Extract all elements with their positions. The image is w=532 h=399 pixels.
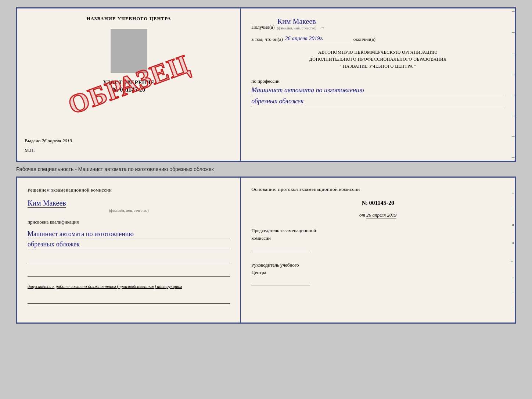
side-line bbox=[512, 53, 515, 53]
side-marks-bottom: и а ← bbox=[510, 178, 515, 323]
resheniem-label: Решением экзаменационной комиссии bbox=[28, 187, 112, 193]
bottom-certificate: Решением экзаменационной комиссии Ким Ма… bbox=[16, 177, 516, 324]
cert-top-right: Получил(а) Ким Макеев (фамилия, имя, отч… bbox=[241, 8, 515, 161]
dopuskaetsya-underline: работе согласно должностным (производств… bbox=[55, 284, 182, 289]
prisvoena-label: присвоена квалификация bbox=[28, 219, 230, 225]
side-line bbox=[512, 95, 515, 95]
rukovoditel-label: Руководитель учебного bbox=[251, 261, 504, 269]
side-line bbox=[512, 136, 515, 137]
rukovoditel-block: Руководитель учебного Центра bbox=[251, 261, 504, 286]
org-block: АВТОНОМНУЮ НЕКОММЕРЧЕСКУЮ ОРГАНИЗАЦИЮ ДО… bbox=[251, 49, 504, 70]
vtom-row: в том, что он(а) 26 апреля 2019г. окончи… bbox=[251, 35, 504, 42]
qual-value1: Машинист автомата по изготовлению bbox=[28, 229, 230, 239]
side-lines-top bbox=[510, 8, 515, 161]
side-line bbox=[512, 157, 515, 158]
profession-label: по профессии bbox=[251, 78, 280, 84]
cert-bottom-left: Решением экзаменационной комиссии Ким Ма… bbox=[17, 178, 241, 323]
completion-date: 26 апреля 2019г. bbox=[285, 35, 351, 42]
predsedatel-sign-line bbox=[251, 244, 310, 251]
protocol-date-row: от 26 апреля 2019 bbox=[251, 212, 504, 218]
org-line2: ДОПОЛНИТЕЛЬНОГО ПРОФЕССИОНАЛЬНОГО ОБРАЗО… bbox=[251, 56, 504, 63]
blank-line bbox=[28, 256, 230, 263]
rukovoditel-sign-line bbox=[251, 278, 310, 285]
bottom-blank-lines bbox=[28, 256, 230, 277]
org-line3: " НАЗВАНИЕ УЧЕБНОГО ЦЕНТРА " bbox=[251, 63, 504, 70]
school-title-top: НАЗВАНИЕ УЧЕБНОГО ЦЕНТРА bbox=[86, 16, 171, 22]
side-line bbox=[512, 11, 515, 12]
qual-value2: обрезных обложек bbox=[28, 240, 230, 249]
vydano-label: Выдано bbox=[25, 138, 40, 143]
protocol-date-value: 26 апреля 2019 bbox=[366, 212, 396, 218]
fio-label-bottom: (фамилия, имя, отчество) bbox=[28, 209, 230, 213]
vtom-label: в том, что он(а) bbox=[251, 36, 283, 42]
cert-top-left: НАЗВАНИЕ УЧЕБНОГО ЦЕНТРА УДОСТОВЕРЕНИЕ №… bbox=[17, 8, 241, 161]
vydano-date: 26 апреля 2019 bbox=[42, 138, 72, 143]
person-name-block: Ким Макеев (фамилия, имя, отчество) bbox=[277, 17, 316, 30]
dopuskaetsya-block: допускается к работе согласно должностны… bbox=[28, 283, 230, 290]
komissia-header: Решением экзаменационной комиссии bbox=[28, 186, 230, 194]
side-mark-text: ← bbox=[510, 259, 514, 264]
poluchil-row: Получил(а) Ким Макеев (фамилия, имя, отч… bbox=[251, 17, 504, 30]
bottom-person-name-block: Ким Макеев (фамилия, имя, отчество) bbox=[28, 197, 230, 213]
bottom-person-name: Ким Макеев bbox=[28, 199, 66, 208]
qualification-block: Машинист автомата по изготовлению обрезн… bbox=[28, 229, 230, 249]
protocol-date-label: от bbox=[359, 212, 365, 218]
mark-line bbox=[512, 208, 514, 208]
mark-line bbox=[512, 278, 514, 278]
side-line bbox=[512, 32, 515, 33]
mark-line bbox=[512, 292, 514, 292]
photo-placeholder bbox=[111, 29, 147, 73]
doc-type-label: УДОСТОВЕРЕНИЕ bbox=[103, 80, 154, 86]
side-line bbox=[512, 116, 515, 116]
mark-line bbox=[512, 307, 514, 307]
org-line1: АВТОНОМНУЮ НЕКОММЕРЧЕСКУЮ ОРГАНИЗАЦИЮ bbox=[251, 49, 504, 56]
protocol-number: № 001145-20 bbox=[251, 200, 504, 206]
blank-line bbox=[28, 269, 230, 277]
side-mark-text: и bbox=[512, 222, 514, 227]
mark-line bbox=[512, 193, 514, 193]
predsedatel-label2: комиссии bbox=[251, 235, 504, 242]
subtitle-text: Рабочая специальность - Машинист автомат… bbox=[16, 165, 516, 174]
final-blank-line bbox=[28, 296, 230, 304]
mp-label: М.П. bbox=[25, 147, 35, 153]
cert-bottom-right: Основание: протокол экзаменационной коми… bbox=[241, 178, 515, 323]
rukovoditel-label2: Центра bbox=[251, 269, 504, 277]
osnov-label: Основание: протокол экзаменационной коми… bbox=[251, 186, 504, 192]
doc-number: № 001145-20 bbox=[112, 86, 145, 93]
person-name-top: Ким Макеев bbox=[277, 17, 316, 26]
profession-block: по профессии Машинист автомата по изгото… bbox=[251, 78, 504, 106]
side-line bbox=[512, 74, 515, 74]
okonchil-label: окончил(а) bbox=[353, 36, 375, 42]
vydano-line: Выдано 26 апреля 2019 bbox=[25, 131, 233, 144]
dopuskaetsya-label: допускается к bbox=[28, 284, 54, 289]
name-sub-label: (фамилия, имя, отчество) bbox=[277, 26, 316, 30]
predsedatel-block: Председатель экзаменационной комиссии bbox=[251, 227, 504, 251]
profession-value2: обрезных обложек bbox=[251, 97, 504, 106]
profession-value1: Машинист автомата по изготовлению bbox=[251, 86, 504, 95]
poluchil-label: Получил(а) bbox=[251, 24, 274, 30]
top-certificate: НАЗВАНИЕ УЧЕБНОГО ЦЕНТРА УДОСТОВЕРЕНИЕ №… bbox=[16, 7, 516, 162]
side-mark-text: а bbox=[512, 241, 514, 245]
predsedatel-label: Председатель экзаменационной bbox=[251, 227, 504, 235]
